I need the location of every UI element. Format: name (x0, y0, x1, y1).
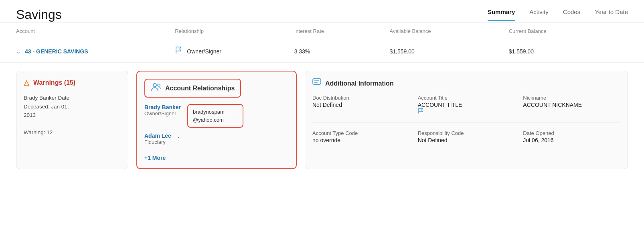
info-account-type-code-label: Account Type Code (312, 130, 410, 136)
account-title-flag-icon (418, 108, 424, 115)
interest-rate-value: 3.33% (294, 48, 390, 55)
page-header: Savings Summary Activity Codes Year to D… (0, 0, 644, 22)
col-interest-rate: Interest Rate (294, 28, 390, 34)
additional-info-card: Additional Information Doc Distribution … (305, 71, 628, 169)
more-link[interactable]: +1 More (144, 155, 289, 161)
nav-tabs: Summary Activity Codes Year to Date (488, 8, 628, 21)
flag-icon (175, 47, 183, 56)
col-current-balance: Current Balance (509, 28, 628, 34)
account-cell: ⌄ 43 - GENERIC SAVINGS (16, 48, 175, 55)
warnings-content: Brady Banker Date Deceased: Jan 01, 2013… (24, 94, 121, 137)
info-doc-distribution-value: Not Defined (312, 102, 410, 108)
svg-point-0 (153, 84, 156, 87)
info-account-type-code-value: no override (312, 137, 410, 143)
tab-year-to-date[interactable]: Year to Date (595, 8, 628, 21)
warning-icon: △ (24, 78, 29, 87)
warnings-card-header: △ Warnings (15) (24, 78, 121, 87)
info-date-opened-value: Jul 06, 2016 (523, 137, 620, 143)
svg-point-1 (158, 84, 160, 86)
table-header: Account Relationship Interest Rate Avail… (0, 22, 644, 40)
info-grid: Doc Distribution Not Defined Account Tit… (312, 95, 620, 143)
current-balance-value: $1,559.00 (509, 48, 628, 55)
info-nickname-label: Nickname (523, 95, 620, 101)
warnings-title: Warnings (15) (33, 79, 75, 86)
relationship-cell: Owner/Signer (175, 47, 294, 56)
svg-rect-2 (313, 79, 321, 84)
person-1-row: Brady Banker Owner/Signer bradynospam@ya… (144, 104, 289, 128)
info-responsibility-code: Responsibility Code Not Defined (418, 130, 515, 143)
person-2-email: - (178, 134, 180, 141)
page-title: Savings (16, 7, 62, 22)
person-1-entry: Brady Banker Owner/Signer (144, 104, 181, 116)
relationships-card: Account Relationships Brady Banker Owner… (136, 71, 297, 169)
relationships-card-header: Account Relationships (144, 79, 241, 98)
info-date-opened-label: Date Opened (523, 130, 620, 136)
account-link[interactable]: 43 - GENERIC SAVINGS (25, 48, 88, 55)
cards-section: △ Warnings (15) Brady Banker Date Deceas… (0, 63, 644, 177)
info-account-title: Account Title ACCOUNT TITLE (418, 95, 515, 115)
relationship-value: Owner/Signer (187, 48, 221, 55)
col-account: Account (16, 28, 175, 34)
info-responsibility-code-label: Responsibility Code (418, 130, 515, 136)
person-2-role: Fiduciary (144, 139, 171, 145)
info-responsibility-code-value: Not Defined (418, 137, 515, 143)
person-1-name[interactable]: Brady Banker (144, 104, 181, 110)
info-account-type-code: Account Type Code no override (312, 130, 410, 143)
col-relationship: Relationship (175, 28, 294, 34)
additional-info-header: Additional Information (312, 78, 620, 88)
warnings-card: △ Warnings (15) Brady Banker Date Deceas… (16, 71, 128, 169)
info-account-title-label: Account Title (418, 95, 515, 101)
info-nickname-value: ACCOUNT NICKNAME (523, 102, 620, 108)
people-icon (151, 83, 161, 94)
relationships-title: Account Relationships (165, 85, 235, 92)
info-divider (312, 123, 620, 123)
available-balance-value: $1,559.00 (389, 48, 508, 55)
col-available-balance: Available Balance (389, 28, 508, 34)
table-row: ⌄ 43 - GENERIC SAVINGS Owner/Signer 3.33… (0, 40, 644, 63)
info-account-title-value: ACCOUNT TITLE (418, 102, 515, 115)
person-2-row: Adam Lee Fiduciary - (144, 133, 289, 150)
tab-activity[interactable]: Activity (529, 8, 549, 21)
tab-summary[interactable]: Summary (488, 8, 515, 21)
person-1-email: bradynospam@yahoo.com (193, 109, 225, 123)
person-1-email-bubble: bradynospam@yahoo.com (187, 104, 243, 128)
info-doc-distribution: Doc Distribution Not Defined (312, 95, 410, 115)
additional-info-title: Additional Information (325, 80, 394, 87)
person-2-name[interactable]: Adam Lee (144, 133, 171, 139)
chat-icon (312, 78, 321, 88)
info-doc-distribution-label: Doc Distribution (312, 95, 410, 101)
person-2-entry: Adam Lee Fiduciary (144, 133, 171, 145)
person-1-role: Owner/Signer (144, 110, 181, 116)
info-nickname: Nickname ACCOUNT NICKNAME (523, 95, 620, 115)
chevron-down-icon[interactable]: ⌄ (16, 48, 21, 55)
info-date-opened: Date Opened Jul 06, 2016 (523, 130, 620, 143)
tab-codes[interactable]: Codes (563, 8, 580, 21)
